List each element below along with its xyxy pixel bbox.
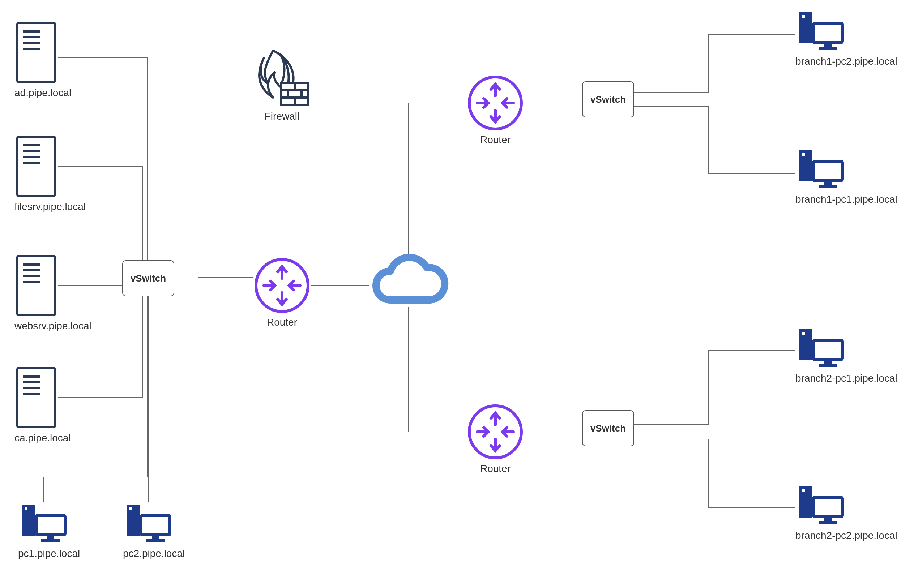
router-icon [466, 74, 524, 132]
vswitch-branch2[interactable]: vSwitch [582, 410, 634, 446]
cloud-icon [365, 253, 452, 315]
vswitch-branch1-label: vSwitch [591, 94, 626, 105]
svg-rect-33 [152, 536, 159, 539]
router-branch1-label: Router [466, 134, 524, 146]
svg-rect-64 [813, 161, 842, 181]
svg-rect-67 [799, 329, 812, 360]
svg-rect-57 [799, 12, 812, 43]
svg-rect-63 [802, 153, 805, 156]
server-icon [14, 134, 58, 199]
branch1-pc2-label: branch1-pc2.pipe.local [795, 56, 897, 67]
router-branch2[interactable]: Router [466, 403, 524, 475]
svg-rect-31 [129, 507, 132, 510]
workstation-icon [123, 502, 173, 546]
branch1-pc1-label: branch1-pc1.pipe.local [795, 194, 897, 205]
svg-rect-69 [813, 340, 842, 360]
svg-rect-27 [36, 515, 65, 535]
svg-rect-29 [41, 539, 60, 542]
svg-rect-60 [824, 43, 831, 47]
router-icon [253, 257, 311, 315]
workstation-icon [795, 10, 846, 53]
server-ca-label: ca.pipe.local [14, 432, 71, 444]
svg-rect-70 [824, 360, 831, 364]
workstation-icon [795, 327, 846, 370]
switch-icon: vSwitch [122, 260, 174, 296]
router-branch1[interactable]: Router [466, 74, 524, 146]
svg-rect-65 [824, 182, 831, 185]
router-icon [466, 403, 524, 461]
server-ca[interactable]: ca.pipe.local [14, 365, 71, 444]
branch2-pc2-label: branch2-pc2.pipe.local [795, 530, 897, 541]
branch1-pc1[interactable]: branch1-pc1.pipe.local [795, 148, 897, 205]
server-ad-label: ad.pipe.local [14, 87, 71, 99]
pc2-label: pc2.pipe.local [123, 548, 185, 559]
workstation-icon [18, 502, 69, 546]
diagram-canvas: ad.pipe.local filesrv.pipe.local websrv.… [0, 0, 897, 588]
workstation-icon [795, 148, 846, 192]
server-filesrv[interactable]: filesrv.pipe.local [14, 134, 86, 212]
server-ad[interactable]: ad.pipe.local [14, 20, 71, 99]
svg-rect-32 [141, 515, 170, 535]
svg-rect-66 [819, 185, 837, 188]
vswitch-main-label: vSwitch [130, 273, 166, 284]
server-icon [14, 253, 58, 318]
svg-rect-72 [799, 486, 812, 518]
branch2-pc2[interactable]: branch2-pc2.pipe.local [795, 484, 897, 541]
svg-rect-28 [47, 536, 54, 539]
svg-rect-75 [824, 518, 831, 521]
vswitch-main[interactable]: vSwitch [122, 260, 174, 296]
pc1[interactable]: pc1.pipe.local [18, 502, 80, 559]
svg-rect-76 [819, 521, 837, 524]
svg-rect-25 [22, 504, 35, 536]
svg-rect-26 [24, 507, 28, 510]
workstation-icon [795, 484, 846, 528]
router-main-label: Router [253, 316, 311, 328]
server-websrv[interactable]: websrv.pipe.local [14, 253, 92, 332]
branch2-pc1-label: branch2-pc1.pipe.local [795, 373, 897, 384]
svg-rect-30 [127, 504, 139, 536]
svg-rect-71 [819, 364, 837, 367]
server-icon [14, 20, 58, 85]
svg-rect-34 [146, 539, 165, 542]
router-main[interactable]: Router [253, 257, 311, 328]
cloud[interactable] [365, 253, 452, 315]
server-icon [14, 365, 58, 430]
svg-rect-61 [819, 47, 837, 50]
firewall-label: Firewall [253, 111, 311, 122]
vswitch-branch2-label: vSwitch [591, 423, 626, 434]
svg-rect-59 [813, 23, 842, 43]
server-filesrv-label: filesrv.pipe.local [14, 201, 86, 212]
svg-rect-58 [802, 15, 805, 18]
server-websrv-label: websrv.pipe.local [14, 320, 92, 332]
firewall-icon [253, 47, 311, 108]
svg-rect-62 [799, 150, 812, 182]
router-branch2-label: Router [466, 463, 524, 475]
branch1-pc2[interactable]: branch1-pc2.pipe.local [795, 10, 897, 67]
svg-rect-74 [813, 497, 842, 517]
firewall[interactable]: Firewall [253, 47, 311, 122]
svg-rect-73 [802, 489, 805, 492]
pc2[interactable]: pc2.pipe.local [123, 502, 185, 559]
switch-icon: vSwitch [582, 81, 634, 118]
vswitch-branch1[interactable]: vSwitch [582, 81, 634, 118]
pc1-label: pc1.pipe.local [18, 548, 80, 559]
branch2-pc1[interactable]: branch2-pc1.pipe.local [795, 327, 897, 384]
svg-rect-68 [802, 332, 805, 335]
switch-icon: vSwitch [582, 410, 634, 446]
